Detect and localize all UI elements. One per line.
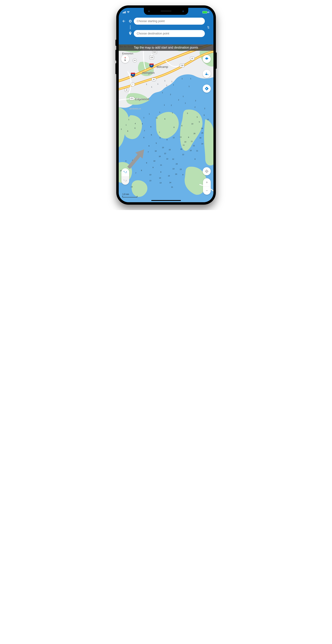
depth-sounding: 5	[187, 112, 188, 114]
depth-sounding: 21	[171, 186, 173, 188]
start-point-input[interactable]	[134, 18, 205, 25]
depth-sounding: 3	[121, 128, 122, 130]
depth-sounding: 6	[164, 118, 165, 120]
battery-icon	[202, 11, 207, 14]
zoom-in-button[interactable]	[203, 178, 211, 186]
road-shield: 159	[180, 64, 184, 67]
depth-sounding: 6	[174, 126, 175, 128]
depth-sounding: 1	[159, 111, 160, 113]
depth-sounding: 13	[159, 177, 161, 179]
road-shield: 40	[124, 88, 129, 92]
scale-label: 1.0 nm	[122, 193, 129, 196]
layers-button[interactable]	[203, 55, 211, 63]
home-indicator[interactable]	[151, 200, 181, 201]
status-right	[202, 11, 209, 14]
charging-bolt-icon	[208, 11, 209, 14]
crosshair-icon	[205, 170, 209, 173]
depth-sounding: 15	[131, 186, 133, 188]
place-label: Abingdon	[142, 71, 155, 74]
waypoint-dots-icon	[127, 26, 133, 29]
svg-point-1	[130, 26, 131, 26]
road-shield: 543	[152, 50, 157, 54]
depth-sounding: 13	[149, 180, 151, 182]
depth-sounding: 9	[141, 170, 142, 172]
destination-point-input[interactable]	[134, 30, 205, 37]
road-shield: 152	[129, 97, 134, 100]
depth-sounding: 2	[204, 108, 205, 110]
depth-sounding: 29	[201, 127, 203, 130]
phone-mockup: Tap the map to add start and destination…	[116, 6, 216, 205]
depth-sounding: 23	[175, 173, 177, 175]
compass-button[interactable]: N	[121, 55, 129, 63]
svg-text:A: A	[126, 171, 127, 172]
minus-icon	[205, 189, 208, 192]
depth-sounding: 25	[201, 132, 203, 134]
depth-sounding: 11	[156, 117, 158, 119]
phone-volume-up	[115, 50, 116, 60]
swap-vertical-icon	[207, 26, 210, 29]
depth-sounding: 21	[193, 144, 195, 147]
depth-sounding: 1	[164, 80, 165, 82]
place-label: Belcamp	[157, 65, 168, 69]
depth-sounding: 8	[188, 136, 189, 138]
svg-text:M: M	[126, 180, 127, 181]
depth-sounding: 10	[191, 123, 193, 125]
depth-sounding: 1	[162, 92, 163, 94]
depth-sounding: 11	[191, 140, 193, 142]
route-auto-button[interactable]: A	[121, 168, 129, 176]
map-canvas[interactable]: Tap the map to add start and destination…	[119, 44, 213, 202]
depth-sounding: 13	[160, 182, 161, 184]
road-shield: 24	[133, 58, 137, 62]
zoom-control	[203, 178, 211, 195]
phone-silent-switch	[115, 40, 116, 46]
depth-sounding: 13	[168, 175, 170, 177]
phone-volume-down	[115, 63, 116, 74]
route-manual-icon: M	[123, 179, 127, 182]
swap-points-button[interactable]	[205, 26, 211, 29]
depth-sounding: 11	[160, 164, 162, 166]
depth-sounding: 6	[143, 136, 144, 138]
depth-sounding: 5	[199, 121, 200, 123]
route-auto-icon: A	[123, 170, 127, 174]
depth-sounding: 5	[197, 116, 198, 118]
road-shield: 40	[152, 78, 156, 81]
depth-sounding: 10	[155, 150, 157, 152]
zoom-out-button[interactable]	[203, 186, 211, 195]
back-button[interactable]	[121, 19, 127, 23]
depth-sounding: 11	[183, 144, 185, 146]
svg-point-6	[206, 171, 207, 172]
depth-sounding: 11	[196, 150, 198, 152]
directions-edit-button[interactable]	[203, 84, 211, 93]
depth-sounding: 13	[162, 146, 164, 148]
route-manual-button[interactable]: M	[121, 177, 129, 185]
place-label: MAGNOLIA	[130, 108, 141, 110]
svg-point-3	[130, 28, 131, 29]
plus-icon	[205, 181, 208, 184]
depth-sounding: 4	[142, 123, 143, 125]
boat-settings-button[interactable]	[203, 70, 211, 78]
depth-sounding: 23	[180, 168, 182, 170]
depth-sounding: 1	[149, 113, 150, 115]
scale-line-icon	[122, 196, 137, 198]
locate-me-button[interactable]	[203, 167, 211, 175]
screen: Tap the map to add start and destination…	[119, 8, 213, 202]
directions-pencil-icon	[205, 86, 209, 91]
depth-sounding: 4	[135, 122, 136, 124]
depth-sounding: 1	[185, 102, 186, 104]
place-label: Edgewood	[135, 98, 149, 101]
depth-sounding: 6	[150, 126, 151, 128]
depth-sounding: 10	[190, 150, 192, 152]
depth-sounding: 12	[172, 158, 174, 160]
depth-sounding: 26	[194, 132, 195, 134]
depth-sounding: 2	[171, 104, 172, 106]
depth-sounding: 1	[166, 84, 167, 86]
depth-sounding: 1	[128, 118, 129, 120]
depth-sounding: 5	[156, 142, 157, 144]
depth-sounding: 10	[159, 156, 161, 158]
depth-sounding: 6	[127, 130, 128, 132]
depth-sounding: 13	[149, 174, 151, 176]
depth-sounding: 16	[180, 148, 182, 150]
depth-sounding: 8	[160, 171, 161, 173]
depth-sounding: 14	[169, 182, 171, 184]
compass-needle-icon	[124, 57, 126, 59]
